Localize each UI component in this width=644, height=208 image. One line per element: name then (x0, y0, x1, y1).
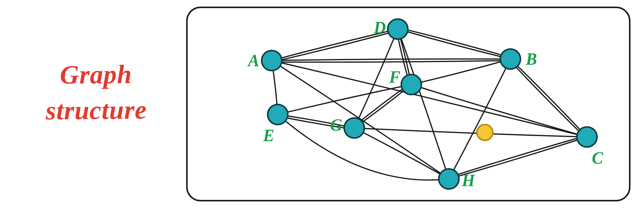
node-label-H: H (462, 171, 475, 190)
node-label-F: F (389, 67, 400, 87)
node-B (500, 48, 521, 70)
node-label-D: D (374, 18, 386, 37)
edge-B-D (398, 28, 511, 58)
edge-B-D (398, 29, 510, 59)
node-G (343, 117, 365, 139)
node-label-E: E (263, 126, 274, 145)
title-line-2: structure (46, 95, 147, 125)
graph-edges (188, 8, 629, 200)
node-label-G: G (330, 115, 342, 135)
edge-C-G (354, 128, 587, 137)
node-H (438, 168, 460, 190)
node-D (387, 18, 409, 40)
edge-D-H (398, 29, 449, 179)
node-label-A: A (248, 51, 259, 70)
edge-B-F (411, 59, 510, 85)
node-F (401, 74, 422, 95)
graph-canvas: ABCDEFGH (188, 8, 629, 200)
node-label-C: C (592, 148, 603, 168)
node-A (261, 50, 283, 71)
edge-E-G (278, 114, 354, 128)
edge-C-F (411, 85, 587, 137)
diagram-title: Graph structure (18, 56, 174, 129)
graph-panel: ABCDEFGH (186, 7, 630, 201)
edge-A-B (272, 61, 510, 62)
node-Y (476, 124, 494, 141)
node-C (576, 126, 598, 148)
edge-B-C (509, 60, 586, 138)
edge-A-B (272, 59, 510, 61)
edge-E-G (277, 116, 354, 129)
node-E (267, 104, 289, 125)
edge-A-C (272, 61, 587, 137)
edge-B-C (510, 59, 587, 137)
node-label-B: B (526, 49, 537, 69)
title-line-1: Graph (60, 60, 132, 89)
edge-E-F (278, 85, 411, 114)
